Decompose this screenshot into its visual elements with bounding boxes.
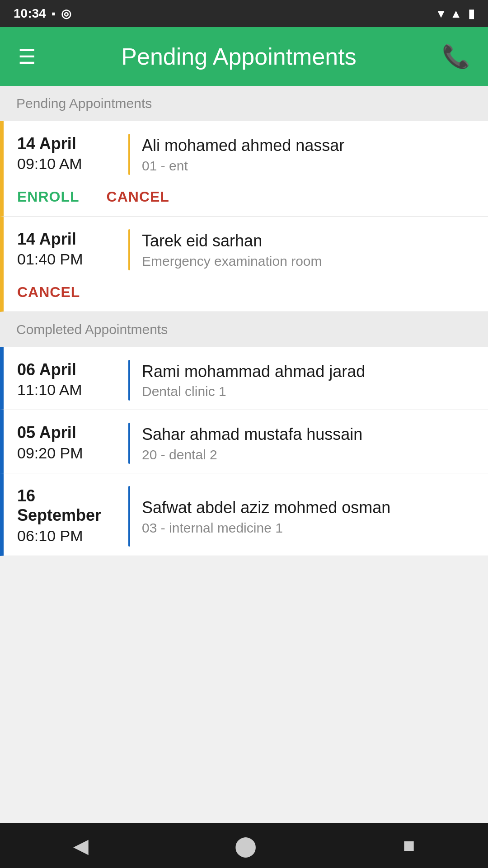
divider-1 bbox=[128, 134, 130, 175]
completed-details-3: Safwat abdel aziz mohmed osman 03 - inte… bbox=[142, 486, 390, 547]
pending-appointment-2: 14 April 01:40 PM Tarek eid sarhan Emerg… bbox=[0, 217, 488, 312]
completed-info-2: 05 April 09:20 PM Sahar ahmad mustafa hu… bbox=[4, 410, 488, 473]
date-1: 14 April bbox=[17, 134, 117, 153]
completed-appointment-1: 06 April 11:10 AM Rami mohammad ahmad ja… bbox=[0, 347, 488, 410]
data-saver-icon: ◎ bbox=[61, 7, 71, 21]
date-time-1: 14 April 09:10 AM bbox=[17, 134, 117, 175]
completed-sub-1: Dental clinic 1 bbox=[142, 384, 365, 399]
completed-info-3: 16 September 06:10 PM Safwat abdel aziz … bbox=[4, 473, 488, 556]
completed-divider-1 bbox=[128, 360, 130, 401]
completed-info-1: 06 April 11:10 AM Rami mohammad ahmad ja… bbox=[4, 347, 488, 410]
status-bar-left: 10:34 ▪ ◎ bbox=[14, 6, 71, 21]
status-bar-right: ▾ ▲ ▮ bbox=[438, 7, 474, 21]
completed-section-header: Completed Appointments bbox=[0, 312, 488, 347]
status-bar: 10:34 ▪ ◎ ▾ ▲ ▮ bbox=[0, 0, 488, 27]
content-area: Pending Appointments 14 April 09:10 AM A… bbox=[0, 86, 488, 823]
completed-divider-2 bbox=[128, 423, 130, 464]
menu-icon[interactable]: ☰ bbox=[18, 45, 36, 68]
date-time-2: 14 April 01:40 PM bbox=[17, 229, 117, 270]
recent-nav-icon[interactable]: ■ bbox=[403, 834, 415, 857]
completed-details-1: Rami mohammad ahmad jarad Dental clinic … bbox=[142, 360, 365, 401]
pending-section-header: Pending Appointments bbox=[0, 86, 488, 121]
completed-date-3: 16 September bbox=[17, 486, 117, 525]
completed-sub-3: 03 - internal medicine 1 bbox=[142, 520, 390, 536]
time-1: 09:10 AM bbox=[17, 153, 117, 175]
pending-appointment-1: 14 April 09:10 AM Ali mohamed ahmed nass… bbox=[0, 121, 488, 217]
app-header: ☰ Pending Appointments 📞 bbox=[0, 27, 488, 86]
enroll-button-1[interactable]: ENROLL bbox=[17, 189, 80, 205]
cancel-button-2[interactable]: CANCEL bbox=[17, 284, 80, 301]
home-nav-icon[interactable]: ⬤ bbox=[235, 834, 257, 857]
completed-date-time-1: 06 April 11:10 AM bbox=[17, 360, 117, 401]
completed-date-2: 05 April bbox=[17, 423, 117, 442]
sim-icon: ▪ bbox=[52, 7, 56, 21]
actions-2: CANCEL bbox=[4, 279, 488, 311]
signal-icon: ▲ bbox=[450, 7, 462, 21]
completed-date-time-3: 16 September 06:10 PM bbox=[17, 486, 117, 547]
completed-patient-2: Sahar ahmad mustafa hussain bbox=[142, 424, 362, 445]
appointment-sub-1: 01 - ent bbox=[142, 158, 344, 174]
appointment-sub-2: Emergency examination room bbox=[142, 254, 322, 269]
completed-details-2: Sahar ahmad mustafa hussain 20 - dental … bbox=[142, 423, 362, 464]
details-1: Ali mohamed ahmed nassar 01 - ent bbox=[142, 134, 344, 175]
completed-patient-3: Safwat abdel aziz mohmed osman bbox=[142, 497, 390, 519]
actions-1: ENROLL CANCEL bbox=[4, 184, 488, 216]
page-title: Pending Appointments bbox=[121, 43, 356, 70]
patient-name-2: Tarek eid sarhan bbox=[142, 231, 322, 252]
back-nav-icon[interactable]: ◀ bbox=[73, 834, 89, 857]
date-2: 14 April bbox=[17, 229, 117, 249]
details-2: Tarek eid sarhan Emergency examination r… bbox=[142, 229, 322, 270]
completed-time-2: 09:20 PM bbox=[17, 443, 117, 464]
completed-appointment-3: 16 September 06:10 PM Safwat abdel aziz … bbox=[0, 473, 488, 556]
patient-name-1: Ali mohamed ahmed nassar bbox=[142, 135, 344, 156]
cancel-button-1[interactable]: CANCEL bbox=[107, 189, 169, 205]
appointment-info-2: 14 April 01:40 PM Tarek eid sarhan Emerg… bbox=[4, 217, 488, 279]
divider-2 bbox=[128, 229, 130, 270]
time-display: 10:34 bbox=[14, 6, 46, 21]
completed-sub-2: 20 - dental 2 bbox=[142, 447, 362, 462]
completed-date-time-2: 05 April 09:20 PM bbox=[17, 423, 117, 464]
appointment-info-1: 14 April 09:10 AM Ali mohamed ahmed nass… bbox=[4, 121, 488, 184]
battery-icon: ▮ bbox=[468, 7, 474, 21]
completed-patient-1: Rami mohammad ahmad jarad bbox=[142, 361, 365, 382]
time-2: 01:40 PM bbox=[17, 249, 117, 270]
nav-bar: ◀ ⬤ ■ bbox=[0, 823, 488, 868]
completed-time-3: 06:10 PM bbox=[17, 525, 117, 547]
completed-appointment-2: 05 April 09:20 PM Sahar ahmad mustafa hu… bbox=[0, 410, 488, 473]
phone-icon[interactable]: 📞 bbox=[442, 43, 470, 70]
completed-divider-3 bbox=[128, 486, 130, 547]
wifi-icon: ▾ bbox=[438, 7, 444, 21]
completed-time-1: 11:10 AM bbox=[17, 379, 117, 401]
completed-date-1: 06 April bbox=[17, 360, 117, 379]
